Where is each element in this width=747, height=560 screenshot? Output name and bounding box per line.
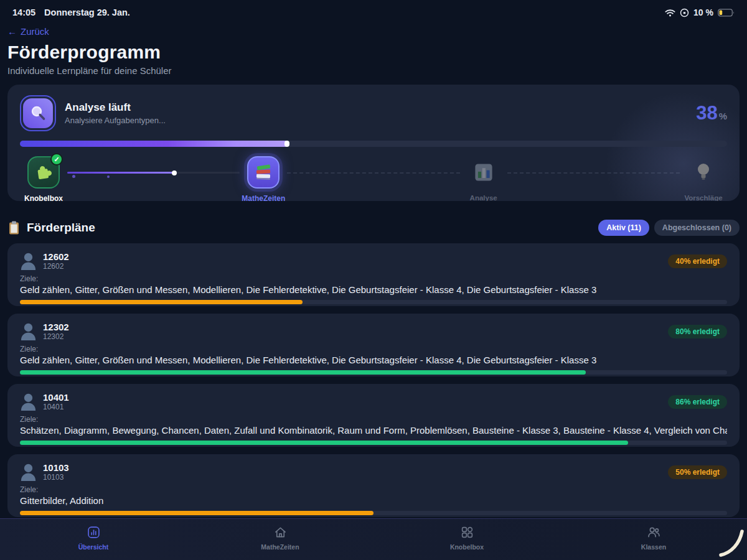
tab-mathezeiten[interactable]: MatheZeiten	[187, 519, 374, 560]
goals-label: Ziele:	[20, 415, 727, 424]
magnifier-icon	[23, 98, 53, 128]
analysis-progress-bar	[20, 141, 727, 147]
page-title: Förderprogramm	[7, 42, 740, 63]
date: Donnerstag 29. Jan.	[44, 7, 130, 17]
grid-icon	[460, 525, 474, 539]
tab-label: Knobelbox	[450, 543, 484, 551]
plan-progress-fill	[20, 370, 586, 375]
progress-badge: 40% erledigt	[668, 254, 727, 268]
step-analyse: Analyse	[460, 156, 507, 201]
percent-value: 38	[696, 102, 717, 124]
goals-text: Schätzen, Diagramm, Bewegung, Chancen, D…	[20, 425, 727, 436]
battery-percent: 10 %	[693, 7, 713, 17]
filter-abgeschlossen-pill[interactable]: Abgeschlossen (0)	[654, 220, 740, 236]
analysis-card: Analyse läuft Analysiere Aufgabentypen..…	[7, 85, 740, 201]
student-id: 12302	[43, 332, 69, 341]
analysis-title: Analyse läuft	[65, 101, 166, 114]
goals-label: Ziele:	[20, 345, 727, 353]
analysis-subtitle: Analysiere Aufgabentypen...	[65, 116, 166, 125]
check-icon: ✓	[50, 153, 63, 166]
status-bar: 14:05 Donnerstag 29. Jan. 10 %	[0, 0, 747, 20]
analysis-icon-ring	[20, 95, 56, 131]
person-icon	[20, 392, 37, 411]
person-icon	[20, 251, 37, 271]
step-connector-fill	[67, 172, 174, 174]
page-subtitle: Individuelle Lernpläne für deine Schüler	[7, 65, 740, 76]
goals-text: Geld zählen, Gitter, Größen und Messen, …	[20, 355, 727, 365]
step-vorschlaege: Vorschläge	[680, 156, 727, 201]
tab-uebersicht[interactable]: Übersicht	[0, 519, 187, 560]
tab-knobelbox[interactable]: Knobelbox	[374, 519, 560, 560]
student-id: 10401	[43, 403, 69, 411]
tab-label: Klassen	[641, 543, 666, 551]
progress-badge: 80% erledigt	[668, 325, 727, 338]
step-mathezeiten: MatheZeiten	[240, 156, 287, 201]
goals-text: Gitterbilder, Addition	[20, 495, 727, 506]
home-icon	[273, 525, 288, 539]
step-label: MatheZeiten	[242, 194, 285, 201]
plan-card[interactable]: 12302 12302 80% erledigt Ziele: Geld zäh…	[7, 314, 740, 376]
plan-progress-fill	[20, 441, 628, 445]
stepper: ✓ Knobelbox	[20, 156, 727, 201]
decor-dot	[72, 175, 75, 178]
tab-label: MatheZeiten	[261, 543, 299, 551]
progress-badge: 50% erledigt	[668, 465, 727, 479]
plan-progress-bar	[20, 511, 727, 515]
step-knobelbox: ✓ Knobelbox	[20, 156, 67, 201]
student-name: 10401	[43, 392, 69, 403]
plan-card[interactable]: 10103 10103 50% erledigt Ziele: Gitterbi…	[7, 454, 740, 517]
back-arrow-icon: ←	[7, 26, 17, 37]
step-connector-3	[507, 172, 680, 174]
person-icon	[20, 462, 37, 482]
chart-icon	[467, 156, 500, 189]
tab-bar: Übersicht MatheZeiten Knobelbox	[0, 518, 747, 560]
decor-dot	[107, 175, 110, 178]
puzzle-icon: ✓	[27, 156, 60, 189]
books-icon	[247, 156, 280, 189]
clipboard-icon	[7, 220, 21, 235]
goals-label: Ziele:	[20, 485, 727, 494]
tab-klassen[interactable]: Klassen	[560, 519, 747, 560]
orientation-lock-icon	[680, 8, 689, 17]
lightbulb-icon	[687, 156, 720, 189]
section-title: Förderpläne	[27, 221, 95, 235]
student-id: 10103	[43, 473, 69, 482]
plan-card[interactable]: 10401 10401 86% erledigt Ziele: Schätzen…	[7, 384, 740, 447]
step-label: Vorschläge	[684, 194, 722, 201]
people-icon	[647, 525, 661, 539]
analysis-progress-fill	[20, 141, 289, 147]
goals-label: Ziele:	[20, 274, 727, 283]
step-connector-1	[67, 172, 240, 174]
plan-progress-bar	[20, 441, 727, 445]
student-name: 12302	[43, 322, 69, 332]
analysis-percent: 38 %	[696, 102, 727, 124]
wifi-icon	[665, 9, 675, 17]
step-label: Knobelbox	[24, 194, 63, 201]
step-connector-2	[287, 172, 459, 174]
overview-chart-icon	[87, 525, 101, 539]
back-button[interactable]: ← Zurück	[7, 26, 49, 37]
person-icon	[20, 322, 37, 341]
plan-card[interactable]: 12602 12602 40% erledigt Ziele: Geld zäh…	[7, 243, 740, 306]
tab-label: Übersicht	[78, 543, 108, 551]
percent-sign: %	[719, 111, 727, 121]
plan-progress-fill	[20, 511, 374, 515]
battery-icon	[718, 9, 735, 17]
back-label: Zurück	[21, 26, 49, 37]
progress-badge: 86% erledigt	[668, 395, 727, 409]
student-id: 12602	[43, 262, 69, 271]
plan-progress-bar	[20, 370, 727, 375]
filter-aktiv-pill[interactable]: Aktiv (11)	[598, 220, 649, 236]
student-name: 12602	[43, 251, 69, 262]
plan-progress-bar	[20, 300, 727, 304]
goals-text: Geld zählen, Gitter, Größen und Messen, …	[20, 284, 727, 295]
step-label: Analyse	[470, 194, 497, 201]
clock: 14:05	[12, 7, 35, 17]
plan-progress-fill	[20, 300, 303, 304]
student-name: 10103	[43, 462, 69, 473]
